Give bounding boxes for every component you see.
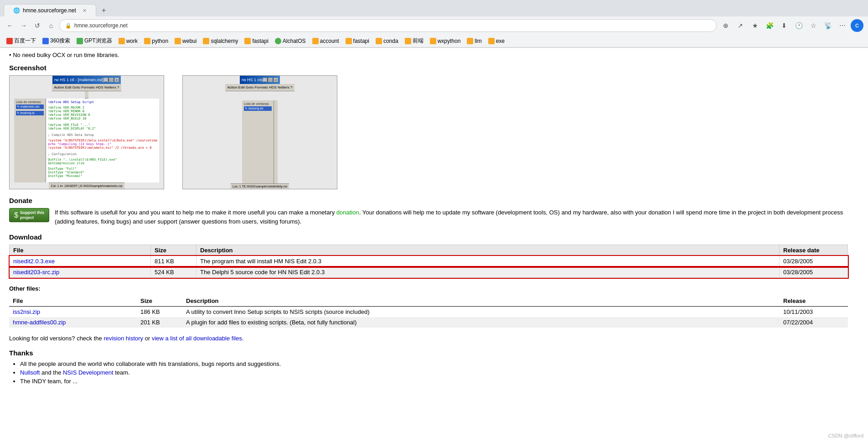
refresh-button[interactable]: ↺ xyxy=(32,20,43,31)
bookmark-alchat[interactable]: AlchatOS xyxy=(272,37,309,45)
bookmark-icon-conda xyxy=(376,38,382,44)
other-row1-date: 10/11/2003 xyxy=(780,307,848,318)
other-row1-file: iss2nsi.zip xyxy=(9,307,137,318)
bookmark-icon-alchat xyxy=(275,38,281,44)
ss2-titlebar: rw HS 1 cts _ □ × xyxy=(240,76,280,84)
back-button[interactable]: ← xyxy=(5,20,16,31)
ss1-close: × xyxy=(114,78,119,82)
bookmark-exe[interactable]: exe xyxy=(486,37,507,45)
tab-close-icon[interactable]: ✕ xyxy=(83,8,87,14)
bookmark-icon-360 xyxy=(42,38,49,44)
donate-row: $ Support this project If this software … xyxy=(9,208,848,226)
thanks-heading: Thanks xyxy=(9,349,848,357)
forward-button[interactable]: → xyxy=(18,20,29,31)
bookmark-icon-account xyxy=(312,38,319,44)
download-table-body: nisedit2.0.3.exe 811 KB The program that… xyxy=(10,256,848,278)
bookmark-frontend[interactable]: 前端 xyxy=(402,36,426,46)
row2-size: 524 KB xyxy=(151,267,196,278)
file-link-1[interactable]: nisedit2.0.3.exe xyxy=(13,258,55,265)
bookmarks-icon[interactable]: ☆ xyxy=(807,19,820,32)
download-section: Download File Size Description Release d… xyxy=(9,233,848,278)
bookmark-gpt[interactable]: GPT浏览器 xyxy=(74,36,115,46)
more-menu-icon[interactable]: ⋯ xyxy=(836,19,849,32)
browser-chrome: 🌐 hmne.sourceforge.net ✕ + ← → ↺ ⌂ 🔒 hmn… xyxy=(0,0,868,48)
other-col-file: File xyxy=(9,296,137,307)
bookmark-label-llm: llm xyxy=(475,38,481,44)
file-link-2[interactable]: nisedit203-src.zip xyxy=(13,269,59,276)
col-header-desc: Description xyxy=(196,245,780,256)
profile-icon[interactable]: C xyxy=(851,19,863,32)
bookmark-webui[interactable]: webui xyxy=(172,37,199,45)
donate-text-before: If this software is usefull for you and … xyxy=(55,209,336,216)
bookmark-wxpython[interactable]: wxpython xyxy=(427,37,464,45)
bookmark-icon-baidu xyxy=(6,38,13,44)
list-item: Nullsoft and the NSIS Development team. xyxy=(20,369,848,376)
ss2-status: Lss: 1 T E:\NSIS\sample\rstedinitely.nsi xyxy=(231,183,289,189)
bookmark-label-fastapi1: fastapi xyxy=(252,38,268,44)
ss2-body: Lista de ventanas ✎ testonly.lst testbil… xyxy=(242,100,278,183)
toolbar-icons: ⊕ ↗ ★ 🧩 ⬇ 🕐 ☆ 📡 ⋯ C xyxy=(719,19,863,32)
active-tab[interactable]: 🌐 hmne.sourceforge.net ✕ xyxy=(4,4,96,16)
bookmark-label-fastapi2: fastapi xyxy=(353,38,369,44)
donate-heading: Donate xyxy=(9,197,848,204)
table-row: iss2nsi.zip 186 KB A utility to convert … xyxy=(9,307,848,318)
bookmark-sqlalchemy[interactable]: sqlalchemy xyxy=(200,37,241,45)
favorites-star-icon[interactable]: ★ xyxy=(749,19,761,32)
other-file-link-1[interactable]: iss2nsi.zip xyxy=(13,308,40,315)
cast-icon[interactable]: 📡 xyxy=(822,19,834,32)
thanks-item-2-mid: and the xyxy=(41,369,63,376)
bookmark-fastapi1[interactable]: fastapi xyxy=(242,37,271,45)
revision-history-link[interactable]: revision history xyxy=(103,335,143,342)
ss2-buttons: _ □ × xyxy=(263,78,278,82)
donation-link[interactable]: donation xyxy=(336,209,359,216)
ss1-sidebar: Lista de ventanas ✎ malemelo.nsi ✎ testo… xyxy=(14,99,46,182)
bookmark-icon-llm xyxy=(467,38,473,44)
other-col-desc: Description xyxy=(182,296,780,307)
bookmark-icon-exe xyxy=(488,38,495,44)
support-badge[interactable]: $ Support this project xyxy=(9,208,49,222)
screenshot-heading: Screenshot xyxy=(9,64,848,72)
bookmark-label-account: account xyxy=(320,38,339,44)
revision-text: Looking for old versions? check the revi… xyxy=(9,335,848,342)
bookmark-work[interactable]: work xyxy=(116,37,140,45)
translate-icon[interactable]: ⊕ xyxy=(719,19,732,32)
ss1-body: Lista de ventanas ✎ malemelo.nsi ✎ testo… xyxy=(14,99,159,182)
bookmark-conda[interactable]: conda xyxy=(373,37,401,45)
donate-section: Donate $ Support this project If this so… xyxy=(9,197,848,226)
bookmark-llm[interactable]: llm xyxy=(464,37,484,45)
row2-desc: The Delphi 5 source code for HN NIS Edit… xyxy=(196,267,780,278)
nullsoft-link[interactable]: Nullsoft xyxy=(20,369,40,376)
new-tab-button[interactable]: + xyxy=(98,5,110,16)
other-row1-size: 186 KB xyxy=(137,307,182,318)
ss1-minimize: _ xyxy=(103,78,108,82)
download-icon[interactable]: ⬇ xyxy=(778,19,790,32)
table-row: nisedit203-src.zip 524 KB The Delphi 5 s… xyxy=(10,267,848,278)
bookmark-label-baiduyixia: 百度一下 xyxy=(14,37,36,45)
bookmark-icon-work xyxy=(119,38,125,44)
home-button[interactable]: ⌂ xyxy=(46,20,57,31)
address-text: hmne.sourceforge.net xyxy=(74,22,128,29)
extensions-icon[interactable]: 🧩 xyxy=(763,19,776,32)
address-bar[interactable]: 🔒 hmne.sourceforge.net xyxy=(59,19,717,32)
other-file-link-2[interactable]: hmne-addfiles00.zip xyxy=(13,319,66,326)
bookmark-fastapi2[interactable]: fastapi xyxy=(343,37,372,45)
bookmark-baiduyixia[interactable]: 百度一下 xyxy=(4,36,39,46)
downloadable-files-link[interactable]: view a list of all downloadable files xyxy=(152,335,242,342)
ss1-titlebar: rw HS 1 ctl - [malemen.nst] _ □ × xyxy=(52,76,121,84)
thanks-item-1: All the people around the world who coll… xyxy=(20,360,281,367)
bookmark-icon-wxpython xyxy=(430,38,436,44)
bookmark-label-conda: conda xyxy=(383,38,398,44)
other-files-head: File Size Description Release xyxy=(9,296,848,307)
ss2-close: × xyxy=(274,78,278,82)
ss1-main: !define HDS Setup Script !define VER_MAJ… xyxy=(46,99,159,182)
ss2-menu: Action Edit Goto Formats HDS Netters ? xyxy=(225,84,294,91)
ss1-title-text: rw HS 1 ctl - [malemen.nst] xyxy=(54,78,103,82)
nsis-link[interactable]: NSIS Development xyxy=(63,369,114,376)
bookmark-account[interactable]: account xyxy=(310,37,342,45)
download-heading: Download xyxy=(9,233,848,241)
share-icon[interactable]: ↗ xyxy=(734,19,747,32)
bookmark-python[interactable]: python xyxy=(141,37,171,45)
history-icon[interactable]: 🕐 xyxy=(792,19,805,32)
bookmark-360[interactable]: 360搜索 xyxy=(40,36,73,46)
row1-date: 03/28/2005 xyxy=(780,256,848,267)
